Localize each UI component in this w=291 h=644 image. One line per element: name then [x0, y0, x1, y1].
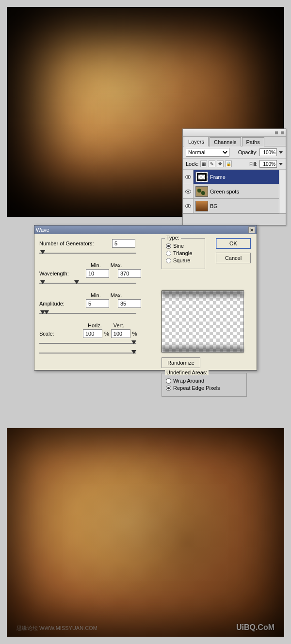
layer-row-bg[interactable]: BG — [183, 199, 279, 213]
amplitude-max-input[interactable] — [118, 299, 141, 308]
close-icon[interactable]: ✕ — [248, 226, 255, 233]
amplitude-slider[interactable] — [39, 310, 136, 318]
watermark-left: 思缘论坛 WWW.MISSYUAN.COM — [16, 625, 97, 632]
blend-opacity-row: Normal Opacity: — [183, 146, 286, 159]
slider-thumb-icon[interactable] — [131, 340, 136, 344]
eye-icon — [185, 175, 191, 179]
percent-label: % — [104, 331, 109, 337]
layer-thumbnail[interactable] — [195, 172, 208, 182]
wavelength-min-input[interactable] — [86, 269, 109, 278]
amplitude-label: Amplitude: — [39, 301, 74, 306]
layer-row-frame[interactable]: Frame — [183, 170, 279, 184]
tab-channels[interactable]: Channels — [210, 137, 241, 146]
opacity-dropdown-icon[interactable] — [279, 151, 283, 154]
opacity-input[interactable] — [259, 148, 277, 156]
cancel-button[interactable]: Cancel — [216, 253, 251, 263]
layer-name: Green spots — [210, 189, 239, 194]
layer-row-green-spots[interactable]: Green spots — [183, 184, 279, 199]
slider-thumb-icon[interactable] — [40, 250, 45, 254]
type-sine-radio[interactable]: Sine — [166, 243, 201, 249]
eye-icon — [185, 190, 191, 193]
dialog-title: Wave — [36, 227, 49, 233]
generators-input[interactable] — [112, 239, 135, 248]
lock-position-icon[interactable]: ✥ — [217, 161, 224, 167]
randomize-button[interactable]: Randomize — [162, 357, 200, 368]
scale-horiz-input[interactable] — [83, 329, 102, 338]
percent-label: % — [132, 331, 137, 337]
layer-thumbnail[interactable] — [195, 186, 208, 197]
blend-mode-select[interactable]: Normal — [186, 148, 229, 157]
slider-thumb-icon[interactable] — [74, 280, 79, 284]
panel-footer — [183, 213, 286, 225]
undefined-areas-group: Undefined Areas: Wrap Around Repeat Edge… — [162, 373, 247, 397]
max-header: Max. — [111, 292, 122, 298]
slider-thumb-icon[interactable] — [44, 310, 49, 314]
min-header: Min. — [91, 262, 101, 268]
radio-icon — [166, 386, 171, 391]
undefined-label: Undefined Areas: — [165, 370, 209, 375]
max-header: Max. — [111, 262, 122, 268]
layers-panel: Layers Channels Paths Normal Opacity: Lo… — [182, 129, 286, 225]
scale-slider[interactable] — [39, 340, 136, 348]
amplitude-min-input[interactable] — [86, 299, 109, 308]
layer-name: Frame — [210, 174, 226, 180]
wavelength-slider[interactable] — [39, 280, 136, 288]
radio-icon — [166, 378, 171, 384]
visibility-toggle[interactable] — [183, 170, 194, 184]
repeat-edge-radio[interactable]: Repeat Edge Pixels — [166, 385, 242, 391]
scale-label: Scale: — [39, 331, 74, 337]
type-label: Type: — [165, 235, 181, 241]
dialog-titlebar[interactable]: Wave ✕ — [34, 225, 257, 234]
lock-pixels-icon[interactable]: ✎ — [209, 161, 215, 167]
layer-list: Frame Green spots BG — [183, 170, 279, 213]
texture-image-bottom: 思缘论坛 WWW.MISSYUAN.COM UiBQ.CoM — [7, 428, 284, 637]
minimize-icon[interactable] — [275, 131, 278, 134]
filter-preview — [162, 290, 244, 353]
tab-layers[interactable]: Layers — [184, 137, 209, 146]
slider-thumb-icon[interactable] — [40, 280, 45, 284]
wrap-around-radio[interactable]: Wrap Around — [166, 378, 242, 384]
tab-paths[interactable]: Paths — [242, 137, 264, 146]
lock-fill-row: Lock: ▦ ✎ ✥ 🔒 Fill: — [183, 159, 286, 170]
layers-scrollbar[interactable] — [279, 170, 286, 213]
lock-transparency-icon[interactable]: ▦ — [200, 161, 207, 167]
opacity-label: Opacity: — [238, 149, 258, 155]
wavelength-max-input[interactable] — [118, 269, 141, 278]
layer-name: BG — [210, 203, 218, 209]
visibility-toggle[interactable] — [183, 184, 194, 198]
fill-label: Fill: — [249, 161, 258, 167]
close-panel-icon[interactable] — [281, 131, 284, 134]
wave-dialog: Wave ✕ Number of Generators: Min. Max. W… — [34, 225, 257, 370]
type-group: Type: Sine Triangle Square — [162, 238, 205, 269]
wavelength-label: Wavelength: — [39, 271, 74, 276]
vert-header: Vert. — [113, 322, 125, 328]
generators-slider[interactable] — [39, 250, 136, 258]
lock-icons: ▦ ✎ ✥ 🔒 — [200, 161, 232, 167]
panel-titlebar — [183, 129, 286, 137]
scale-vert-input[interactable] — [111, 329, 130, 338]
min-header: Min. — [91, 292, 101, 298]
scale-slider-2[interactable] — [39, 350, 136, 357]
radio-icon — [166, 243, 171, 249]
generators-label: Number of Generators: — [39, 241, 112, 246]
visibility-toggle[interactable] — [183, 199, 194, 213]
type-square-radio[interactable]: Square — [166, 258, 201, 263]
panel-tabs: Layers Channels Paths — [183, 137, 286, 146]
fill-input[interactable] — [259, 160, 277, 168]
ok-button[interactable]: OK — [216, 238, 251, 249]
radio-icon — [166, 258, 171, 263]
fill-dropdown-icon[interactable] — [279, 163, 283, 165]
type-triangle-radio[interactable]: Triangle — [166, 250, 201, 256]
watermark-right: UiBQ.CoM — [236, 623, 275, 632]
lock-label: Lock: — [186, 161, 198, 167]
slider-thumb-icon[interactable] — [131, 350, 136, 354]
radio-icon — [166, 251, 171, 256]
layer-thumbnail[interactable] — [195, 201, 208, 211]
horiz-header: Horiz. — [88, 322, 102, 328]
lock-all-icon[interactable]: 🔒 — [225, 161, 232, 167]
eye-icon — [185, 204, 191, 208]
